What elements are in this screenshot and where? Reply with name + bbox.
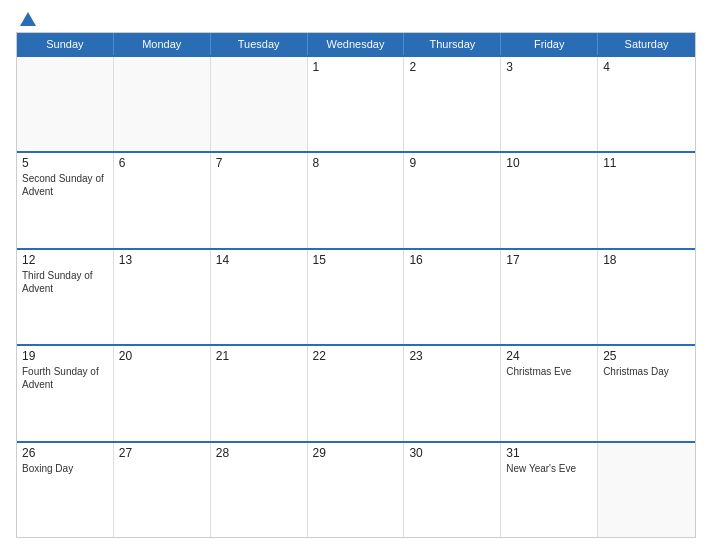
day-number: 6 [119, 156, 205, 170]
logo [16, 12, 40, 26]
day-header-saturday: Saturday [598, 33, 695, 55]
day-cell [211, 57, 308, 151]
day-cell: 11 [598, 153, 695, 247]
day-cell: 16 [404, 250, 501, 344]
logo-triangle-icon [20, 12, 36, 26]
day-number: 22 [313, 349, 399, 363]
weeks-container: 12345Second Sunday of Advent6789101112Th… [17, 55, 695, 537]
day-number: 13 [119, 253, 205, 267]
day-cell: 17 [501, 250, 598, 344]
day-cell: 12Third Sunday of Advent [17, 250, 114, 344]
day-number: 25 [603, 349, 690, 363]
day-number: 7 [216, 156, 302, 170]
day-number: 19 [22, 349, 108, 363]
day-number: 26 [22, 446, 108, 460]
day-header-monday: Monday [114, 33, 211, 55]
day-cell: 31New Year's Eve [501, 443, 598, 537]
day-header-wednesday: Wednesday [308, 33, 405, 55]
day-cell: 5Second Sunday of Advent [17, 153, 114, 247]
header [16, 12, 696, 26]
day-cell: 21 [211, 346, 308, 440]
calendar-page: SundayMondayTuesdayWednesdayThursdayFrid… [0, 0, 712, 550]
event-label: Christmas Eve [506, 366, 571, 377]
day-cell: 18 [598, 250, 695, 344]
day-header-thursday: Thursday [404, 33, 501, 55]
day-cell: 4 [598, 57, 695, 151]
day-number: 1 [313, 60, 399, 74]
day-number: 14 [216, 253, 302, 267]
day-cell: 30 [404, 443, 501, 537]
day-number: 23 [409, 349, 495, 363]
week-row-1: 1234 [17, 55, 695, 151]
week-row-4: 19Fourth Sunday of Advent2021222324Chris… [17, 344, 695, 440]
calendar-grid: SundayMondayTuesdayWednesdayThursdayFrid… [16, 32, 696, 538]
day-number: 4 [603, 60, 690, 74]
day-header-friday: Friday [501, 33, 598, 55]
day-number: 9 [409, 156, 495, 170]
event-label: Second Sunday of Advent [22, 173, 104, 197]
day-cell: 25Christmas Day [598, 346, 695, 440]
day-cell [114, 57, 211, 151]
day-cell: 20 [114, 346, 211, 440]
day-number: 18 [603, 253, 690, 267]
event-label: Third Sunday of Advent [22, 270, 93, 294]
day-cell: 29 [308, 443, 405, 537]
day-headers-row: SundayMondayTuesdayWednesdayThursdayFrid… [17, 33, 695, 55]
day-number: 3 [506, 60, 592, 74]
day-cell: 1 [308, 57, 405, 151]
day-number: 21 [216, 349, 302, 363]
day-cell: 7 [211, 153, 308, 247]
day-number: 28 [216, 446, 302, 460]
day-number: 30 [409, 446, 495, 460]
day-number: 17 [506, 253, 592, 267]
day-cell: 2 [404, 57, 501, 151]
day-cell: 9 [404, 153, 501, 247]
week-row-3: 12Third Sunday of Advent131415161718 [17, 248, 695, 344]
day-cell: 28 [211, 443, 308, 537]
day-number: 20 [119, 349, 205, 363]
day-header-tuesday: Tuesday [211, 33, 308, 55]
day-number: 8 [313, 156, 399, 170]
event-label: Fourth Sunday of Advent [22, 366, 99, 390]
day-cell: 22 [308, 346, 405, 440]
day-number: 16 [409, 253, 495, 267]
day-cell [17, 57, 114, 151]
day-cell: 24Christmas Eve [501, 346, 598, 440]
day-cell: 26Boxing Day [17, 443, 114, 537]
day-cell: 6 [114, 153, 211, 247]
day-cell: 15 [308, 250, 405, 344]
day-cell: 23 [404, 346, 501, 440]
day-header-sunday: Sunday [17, 33, 114, 55]
event-label: Boxing Day [22, 463, 73, 474]
week-row-2: 5Second Sunday of Advent67891011 [17, 151, 695, 247]
day-number: 2 [409, 60, 495, 74]
event-label: Christmas Day [603, 366, 669, 377]
event-label: New Year's Eve [506, 463, 576, 474]
day-number: 11 [603, 156, 690, 170]
day-number: 15 [313, 253, 399, 267]
day-number: 29 [313, 446, 399, 460]
day-cell [598, 443, 695, 537]
day-cell: 10 [501, 153, 598, 247]
day-cell: 8 [308, 153, 405, 247]
day-number: 10 [506, 156, 592, 170]
day-number: 24 [506, 349, 592, 363]
day-number: 12 [22, 253, 108, 267]
day-cell: 19Fourth Sunday of Advent [17, 346, 114, 440]
day-number: 31 [506, 446, 592, 460]
day-number: 5 [22, 156, 108, 170]
day-cell: 13 [114, 250, 211, 344]
day-number: 27 [119, 446, 205, 460]
week-row-5: 26Boxing Day2728293031New Year's Eve [17, 441, 695, 537]
day-cell: 3 [501, 57, 598, 151]
day-cell: 14 [211, 250, 308, 344]
day-cell: 27 [114, 443, 211, 537]
